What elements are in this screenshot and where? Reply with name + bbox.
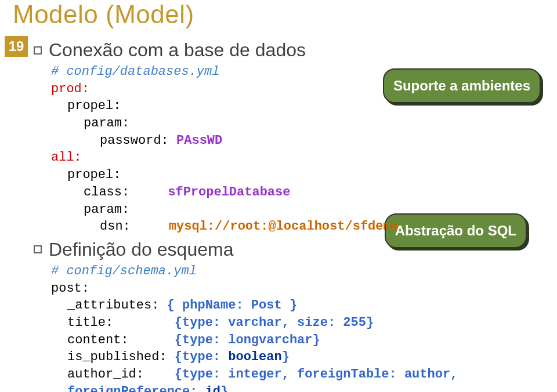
code-value: {type: xyxy=(175,350,228,364)
code-key: propel: xyxy=(67,99,121,113)
code-key: _attributes: xyxy=(67,298,159,313)
heading-1: Conexão com a base de dados xyxy=(49,39,306,61)
code-value: } xyxy=(282,350,290,364)
code-key: post: xyxy=(51,281,89,296)
code-key: password: xyxy=(100,133,169,148)
main-content: Conexão com a base de dados # config/dat… xyxy=(34,39,544,392)
code-key: param: xyxy=(84,116,129,130)
code-block-2: # config/schema.yml post: _attributes: {… xyxy=(51,263,544,392)
code-comment: # config/databases.yml xyxy=(51,64,219,79)
code-value: { phpName: Post } xyxy=(167,298,297,313)
code-value: {type: varchar, size: 255} xyxy=(175,315,374,330)
code-key: author_id: xyxy=(67,367,144,382)
heading-row-1: Conexão com a base de dados xyxy=(34,39,544,61)
code-comment: # config/schema.yml xyxy=(51,264,197,278)
code-value: PAssWD xyxy=(176,133,222,148)
code-key: content: xyxy=(67,333,129,347)
code-key: title: xyxy=(67,315,113,330)
code-value: boolean xyxy=(228,350,281,364)
code-key: param: xyxy=(84,202,129,217)
code-value: id xyxy=(205,384,220,392)
code-value: sfPropelDatabase xyxy=(168,185,290,199)
page-title: Modelo (Model) xyxy=(13,0,194,29)
heading-2: Definição do esquema xyxy=(49,239,233,260)
code-key: class: xyxy=(84,185,129,199)
bullet-icon xyxy=(34,46,42,55)
section-2: Definição do esquema # config/schema.yml… xyxy=(34,239,544,392)
code-value: {type: longvarchar} xyxy=(175,333,320,347)
code-key: is_published: xyxy=(67,350,167,364)
code-block-1: # config/databases.yml prod: propel: par… xyxy=(51,63,544,235)
bullet-icon xyxy=(34,245,42,253)
code-key: all: xyxy=(51,150,82,165)
code-value: } xyxy=(220,384,228,392)
heading-row-2: Definição do esquema xyxy=(34,239,544,260)
section-1: Conexão com a base de dados # config/dat… xyxy=(34,39,544,235)
code-value: mysql://root:@localhost/sfdemo xyxy=(169,219,399,234)
code-key: prod: xyxy=(51,82,89,96)
code-key: propel: xyxy=(67,168,121,182)
code-key: dsn: xyxy=(100,219,131,234)
slide-number-badge: 19 xyxy=(5,36,28,57)
